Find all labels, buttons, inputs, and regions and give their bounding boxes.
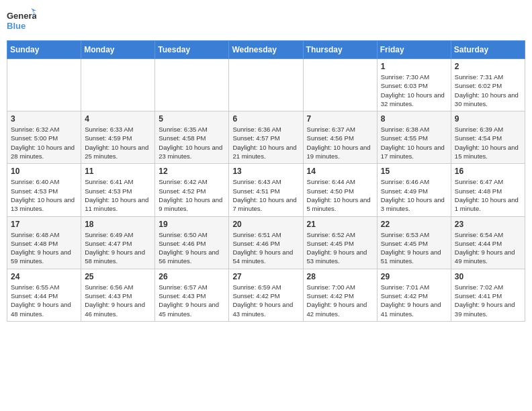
calendar-header: SundayMondayTuesdayWednesdayThursdayFrid… <box>7 41 525 59</box>
day-number: 16 <box>455 167 521 176</box>
day-info: Sunrise: 7:02 AMSunset: 4:41 PMDaylight:… <box>455 283 521 318</box>
day-number: 19 <box>159 220 225 229</box>
header-row: SundayMondayTuesdayWednesdayThursdayFrid… <box>7 41 525 59</box>
calendar-cell: 14Sunrise: 6:44 AMSunset: 4:50 PMDayligh… <box>303 164 377 216</box>
day-number: 9 <box>455 114 521 124</box>
calendar-cell <box>7 59 81 111</box>
calendar-cell: 24Sunrise: 6:55 AMSunset: 4:44 PMDayligh… <box>7 269 81 321</box>
day-header-thursday: Thursday <box>303 41 377 59</box>
calendar-cell: 15Sunrise: 6:46 AMSunset: 4:49 PMDayligh… <box>377 164 451 216</box>
day-info: Sunrise: 6:47 AMSunset: 4:48 PMDaylight:… <box>455 177 521 213</box>
calendar-cell: 6Sunrise: 6:36 AMSunset: 4:57 PMDaylight… <box>229 111 303 164</box>
day-info: Sunrise: 6:44 AMSunset: 4:50 PMDaylight:… <box>307 177 373 213</box>
svg-text:General: General <box>7 11 36 21</box>
day-info: Sunrise: 6:51 AMSunset: 4:46 PMDaylight:… <box>232 230 299 266</box>
calendar-cell: 5Sunrise: 6:35 AMSunset: 4:58 PMDaylight… <box>155 111 229 164</box>
calendar-cell: 17Sunrise: 6:48 AMSunset: 4:48 PMDayligh… <box>7 216 81 269</box>
week-row-1: 3Sunrise: 6:32 AMSunset: 5:00 PMDaylight… <box>7 111 525 164</box>
day-number: 12 <box>159 167 225 176</box>
day-number: 11 <box>85 167 151 176</box>
calendar-cell: 12Sunrise: 6:42 AMSunset: 4:52 PMDayligh… <box>155 164 229 216</box>
calendar-cell: 25Sunrise: 6:56 AMSunset: 4:43 PMDayligh… <box>81 269 155 321</box>
calendar-cell: 20Sunrise: 6:51 AMSunset: 4:46 PMDayligh… <box>229 216 303 269</box>
calendar-cell: 4Sunrise: 6:33 AMSunset: 4:59 PMDaylight… <box>81 111 155 164</box>
day-number: 5 <box>159 114 225 124</box>
day-info: Sunrise: 6:36 AMSunset: 4:57 PMDaylight:… <box>232 125 299 161</box>
day-info: Sunrise: 6:49 AMSunset: 4:47 PMDaylight:… <box>85 230 151 266</box>
calendar-cell <box>303 59 377 111</box>
day-number: 22 <box>381 220 447 229</box>
calendar-cell: 30Sunrise: 7:02 AMSunset: 4:41 PMDayligh… <box>451 269 525 321</box>
logo-container: General Blue <box>7 7 36 36</box>
day-info: Sunrise: 6:42 AMSunset: 4:52 PMDaylight:… <box>159 177 225 213</box>
day-number: 14 <box>307 167 373 176</box>
day-info: Sunrise: 6:54 AMSunset: 4:44 PMDaylight:… <box>455 230 521 266</box>
day-info: Sunrise: 6:41 AMSunset: 4:53 PMDaylight:… <box>85 177 151 213</box>
day-info: Sunrise: 6:33 AMSunset: 4:59 PMDaylight:… <box>85 125 151 161</box>
day-header-saturday: Saturday <box>451 41 525 59</box>
day-header-monday: Monday <box>81 41 155 59</box>
logo-svg: General Blue <box>7 7 36 36</box>
day-info: Sunrise: 6:35 AMSunset: 4:58 PMDaylight:… <box>159 125 225 161</box>
day-info: Sunrise: 6:57 AMSunset: 4:43 PMDaylight:… <box>159 283 225 318</box>
calendar-cell <box>155 59 229 111</box>
calendar-cell: 13Sunrise: 6:43 AMSunset: 4:51 PMDayligh… <box>229 164 303 216</box>
day-info: Sunrise: 7:30 AMSunset: 6:03 PMDaylight:… <box>381 73 447 108</box>
day-number: 30 <box>455 272 521 281</box>
header: General Blue <box>7 7 525 36</box>
day-info: Sunrise: 6:43 AMSunset: 4:51 PMDaylight:… <box>232 177 299 213</box>
day-number: 6 <box>232 114 299 124</box>
calendar-table: SundayMondayTuesdayWednesdayThursdayFrid… <box>7 40 525 322</box>
day-info: Sunrise: 6:39 AMSunset: 4:54 PMDaylight:… <box>455 125 521 161</box>
day-number: 21 <box>307 220 373 229</box>
day-number: 24 <box>11 272 77 281</box>
day-info: Sunrise: 7:00 AMSunset: 4:42 PMDaylight:… <box>307 283 373 318</box>
calendar-cell: 10Sunrise: 6:40 AMSunset: 4:53 PMDayligh… <box>7 164 81 216</box>
calendar-cell: 18Sunrise: 6:49 AMSunset: 4:47 PMDayligh… <box>81 216 155 269</box>
day-info: Sunrise: 6:37 AMSunset: 4:56 PMDaylight:… <box>307 125 373 161</box>
calendar-cell: 11Sunrise: 6:41 AMSunset: 4:53 PMDayligh… <box>81 164 155 216</box>
calendar-cell: 3Sunrise: 6:32 AMSunset: 5:00 PMDaylight… <box>7 111 81 164</box>
day-info: Sunrise: 6:38 AMSunset: 4:55 PMDaylight:… <box>381 125 447 161</box>
day-number: 26 <box>159 272 225 281</box>
day-number: 17 <box>11 220 77 229</box>
logo: General Blue <box>7 7 36 36</box>
calendar-cell: 27Sunrise: 6:59 AMSunset: 4:42 PMDayligh… <box>229 269 303 321</box>
day-number: 20 <box>232 220 299 229</box>
day-number: 28 <box>307 272 373 281</box>
day-number: 13 <box>232 167 299 176</box>
calendar-cell: 16Sunrise: 6:47 AMSunset: 4:48 PMDayligh… <box>451 164 525 216</box>
day-number: 1 <box>381 62 447 71</box>
day-info: Sunrise: 6:55 AMSunset: 4:44 PMDaylight:… <box>11 283 77 318</box>
calendar-cell: 19Sunrise: 6:50 AMSunset: 4:46 PMDayligh… <box>155 216 229 269</box>
day-number: 18 <box>85 220 151 229</box>
week-row-0: 1Sunrise: 7:30 AMSunset: 6:03 PMDaylight… <box>7 59 525 111</box>
day-info: Sunrise: 7:01 AMSunset: 4:42 PMDaylight:… <box>381 283 447 318</box>
calendar-cell: 21Sunrise: 6:52 AMSunset: 4:45 PMDayligh… <box>303 216 377 269</box>
calendar-cell: 9Sunrise: 6:39 AMSunset: 4:54 PMDaylight… <box>451 111 525 164</box>
day-info: Sunrise: 6:59 AMSunset: 4:42 PMDaylight:… <box>232 283 299 318</box>
calendar-cell: 22Sunrise: 6:53 AMSunset: 4:45 PMDayligh… <box>377 216 451 269</box>
calendar-cell: 8Sunrise: 6:38 AMSunset: 4:55 PMDaylight… <box>377 111 451 164</box>
day-info: Sunrise: 6:56 AMSunset: 4:43 PMDaylight:… <box>85 283 151 318</box>
day-number: 23 <box>455 220 521 229</box>
day-header-sunday: Sunday <box>7 41 81 59</box>
calendar-cell <box>81 59 155 111</box>
calendar-cell: 26Sunrise: 6:57 AMSunset: 4:43 PMDayligh… <box>155 269 229 321</box>
calendar-body: 1Sunrise: 7:30 AMSunset: 6:03 PMDaylight… <box>7 59 525 322</box>
day-number: 25 <box>85 272 151 281</box>
calendar-cell: 28Sunrise: 7:00 AMSunset: 4:42 PMDayligh… <box>303 269 377 321</box>
day-info: Sunrise: 6:53 AMSunset: 4:45 PMDaylight:… <box>381 230 447 266</box>
day-number: 8 <box>381 114 447 124</box>
day-number: 10 <box>11 167 77 176</box>
day-number: 7 <box>307 114 373 124</box>
day-header-friday: Friday <box>377 41 451 59</box>
day-info: Sunrise: 6:50 AMSunset: 4:46 PMDaylight:… <box>159 230 225 266</box>
day-number: 3 <box>11 114 77 124</box>
day-info: Sunrise: 6:46 AMSunset: 4:49 PMDaylight:… <box>381 177 447 213</box>
calendar-cell: 29Sunrise: 7:01 AMSunset: 4:42 PMDayligh… <box>377 269 451 321</box>
day-header-tuesday: Tuesday <box>155 41 229 59</box>
svg-text:Blue: Blue <box>7 21 26 31</box>
calendar-cell: 1Sunrise: 7:30 AMSunset: 6:03 PMDaylight… <box>377 59 451 111</box>
day-number: 2 <box>455 62 521 71</box>
